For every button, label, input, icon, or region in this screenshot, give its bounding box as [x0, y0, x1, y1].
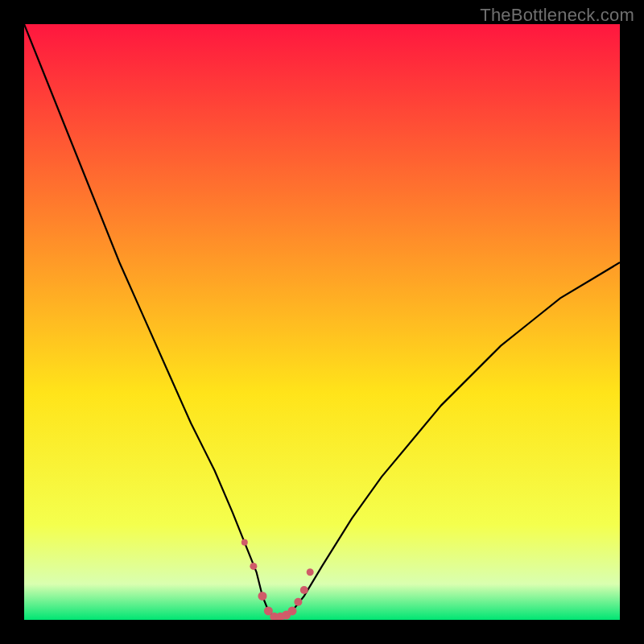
valley-marker — [300, 586, 308, 594]
valley-marker — [288, 606, 297, 615]
valley-marker — [258, 592, 267, 601]
valley-marker — [307, 568, 314, 576]
valley-marker — [242, 539, 248, 546]
chart-frame: TheBottleneck.com — [0, 0, 644, 644]
valley-marker — [250, 563, 257, 570]
watermark-text: TheBottleneck.com — [480, 5, 634, 26]
bottleneck-chart-svg — [24, 24, 620, 620]
plot-area — [24, 24, 620, 620]
valley-marker — [294, 598, 302, 606]
